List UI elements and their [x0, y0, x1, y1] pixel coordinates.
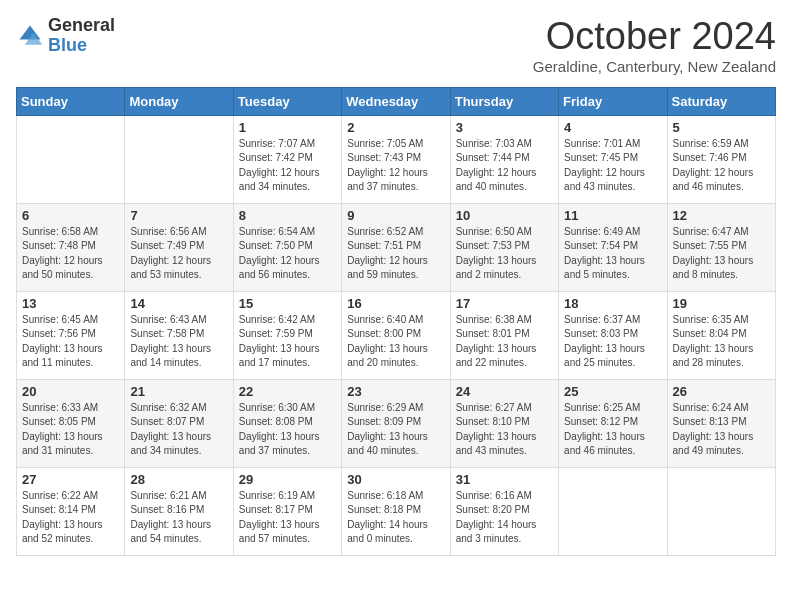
logo-icon	[16, 22, 44, 50]
day-info: Sunrise: 7:05 AM Sunset: 7:43 PM Dayligh…	[347, 137, 444, 195]
calendar-cell	[667, 467, 775, 555]
calendar-cell: 27Sunrise: 6:22 AM Sunset: 8:14 PM Dayli…	[17, 467, 125, 555]
day-number: 4	[564, 120, 661, 135]
calendar-cell: 17Sunrise: 6:38 AM Sunset: 8:01 PM Dayli…	[450, 291, 558, 379]
calendar-cell: 6Sunrise: 6:58 AM Sunset: 7:48 PM Daylig…	[17, 203, 125, 291]
day-number: 7	[130, 208, 227, 223]
day-number: 31	[456, 472, 553, 487]
day-number: 26	[673, 384, 770, 399]
calendar-cell: 9Sunrise: 6:52 AM Sunset: 7:51 PM Daylig…	[342, 203, 450, 291]
day-number: 24	[456, 384, 553, 399]
day-number: 18	[564, 296, 661, 311]
day-number: 28	[130, 472, 227, 487]
day-info: Sunrise: 6:58 AM Sunset: 7:48 PM Dayligh…	[22, 225, 119, 283]
weekday-header-wednesday: Wednesday	[342, 87, 450, 115]
calendar-week-row: 27Sunrise: 6:22 AM Sunset: 8:14 PM Dayli…	[17, 467, 776, 555]
day-info: Sunrise: 6:18 AM Sunset: 8:18 PM Dayligh…	[347, 489, 444, 547]
calendar-table: SundayMondayTuesdayWednesdayThursdayFrid…	[16, 87, 776, 556]
calendar-week-row: 13Sunrise: 6:45 AM Sunset: 7:56 PM Dayli…	[17, 291, 776, 379]
calendar-cell	[17, 115, 125, 203]
day-info: Sunrise: 6:30 AM Sunset: 8:08 PM Dayligh…	[239, 401, 336, 459]
calendar-week-row: 20Sunrise: 6:33 AM Sunset: 8:05 PM Dayli…	[17, 379, 776, 467]
day-number: 5	[673, 120, 770, 135]
calendar-cell: 24Sunrise: 6:27 AM Sunset: 8:10 PM Dayli…	[450, 379, 558, 467]
day-number: 22	[239, 384, 336, 399]
day-info: Sunrise: 6:19 AM Sunset: 8:17 PM Dayligh…	[239, 489, 336, 547]
calendar-cell: 18Sunrise: 6:37 AM Sunset: 8:03 PM Dayli…	[559, 291, 667, 379]
page-header: General Blue October 2024 Geraldine, Can…	[16, 16, 776, 75]
day-number: 2	[347, 120, 444, 135]
calendar-cell: 31Sunrise: 6:16 AM Sunset: 8:20 PM Dayli…	[450, 467, 558, 555]
day-number: 14	[130, 296, 227, 311]
calendar-cell: 20Sunrise: 6:33 AM Sunset: 8:05 PM Dayli…	[17, 379, 125, 467]
calendar-cell: 10Sunrise: 6:50 AM Sunset: 7:53 PM Dayli…	[450, 203, 558, 291]
logo-general: General	[48, 16, 115, 36]
logo-text: General Blue	[48, 16, 115, 56]
day-info: Sunrise: 6:50 AM Sunset: 7:53 PM Dayligh…	[456, 225, 553, 283]
calendar-cell: 4Sunrise: 7:01 AM Sunset: 7:45 PM Daylig…	[559, 115, 667, 203]
day-info: Sunrise: 6:38 AM Sunset: 8:01 PM Dayligh…	[456, 313, 553, 371]
month-title: October 2024	[533, 16, 776, 58]
day-number: 16	[347, 296, 444, 311]
day-info: Sunrise: 6:24 AM Sunset: 8:13 PM Dayligh…	[673, 401, 770, 459]
day-info: Sunrise: 6:54 AM Sunset: 7:50 PM Dayligh…	[239, 225, 336, 283]
calendar-cell: 21Sunrise: 6:32 AM Sunset: 8:07 PM Dayli…	[125, 379, 233, 467]
calendar-cell: 22Sunrise: 6:30 AM Sunset: 8:08 PM Dayli…	[233, 379, 341, 467]
calendar-cell: 5Sunrise: 6:59 AM Sunset: 7:46 PM Daylig…	[667, 115, 775, 203]
location-subtitle: Geraldine, Canterbury, New Zealand	[533, 58, 776, 75]
day-number: 17	[456, 296, 553, 311]
calendar-cell: 30Sunrise: 6:18 AM Sunset: 8:18 PM Dayli…	[342, 467, 450, 555]
day-number: 13	[22, 296, 119, 311]
day-number: 3	[456, 120, 553, 135]
day-info: Sunrise: 6:40 AM Sunset: 8:00 PM Dayligh…	[347, 313, 444, 371]
day-info: Sunrise: 6:47 AM Sunset: 7:55 PM Dayligh…	[673, 225, 770, 283]
day-number: 15	[239, 296, 336, 311]
day-info: Sunrise: 6:52 AM Sunset: 7:51 PM Dayligh…	[347, 225, 444, 283]
calendar-cell: 3Sunrise: 7:03 AM Sunset: 7:44 PM Daylig…	[450, 115, 558, 203]
calendar-cell: 11Sunrise: 6:49 AM Sunset: 7:54 PM Dayli…	[559, 203, 667, 291]
day-info: Sunrise: 6:21 AM Sunset: 8:16 PM Dayligh…	[130, 489, 227, 547]
day-info: Sunrise: 7:01 AM Sunset: 7:45 PM Dayligh…	[564, 137, 661, 195]
calendar-week-row: 6Sunrise: 6:58 AM Sunset: 7:48 PM Daylig…	[17, 203, 776, 291]
day-info: Sunrise: 6:33 AM Sunset: 8:05 PM Dayligh…	[22, 401, 119, 459]
day-info: Sunrise: 6:22 AM Sunset: 8:14 PM Dayligh…	[22, 489, 119, 547]
day-info: Sunrise: 6:35 AM Sunset: 8:04 PM Dayligh…	[673, 313, 770, 371]
day-info: Sunrise: 6:25 AM Sunset: 8:12 PM Dayligh…	[564, 401, 661, 459]
day-info: Sunrise: 7:03 AM Sunset: 7:44 PM Dayligh…	[456, 137, 553, 195]
calendar-cell: 25Sunrise: 6:25 AM Sunset: 8:12 PM Dayli…	[559, 379, 667, 467]
calendar-week-row: 1Sunrise: 7:07 AM Sunset: 7:42 PM Daylig…	[17, 115, 776, 203]
day-number: 8	[239, 208, 336, 223]
day-number: 6	[22, 208, 119, 223]
day-number: 1	[239, 120, 336, 135]
calendar-cell: 7Sunrise: 6:56 AM Sunset: 7:49 PM Daylig…	[125, 203, 233, 291]
day-info: Sunrise: 6:37 AM Sunset: 8:03 PM Dayligh…	[564, 313, 661, 371]
calendar-cell: 29Sunrise: 6:19 AM Sunset: 8:17 PM Dayli…	[233, 467, 341, 555]
weekday-header-sunday: Sunday	[17, 87, 125, 115]
calendar-cell: 13Sunrise: 6:45 AM Sunset: 7:56 PM Dayli…	[17, 291, 125, 379]
day-number: 11	[564, 208, 661, 223]
calendar-cell	[559, 467, 667, 555]
day-info: Sunrise: 7:07 AM Sunset: 7:42 PM Dayligh…	[239, 137, 336, 195]
day-info: Sunrise: 6:56 AM Sunset: 7:49 PM Dayligh…	[130, 225, 227, 283]
weekday-header-friday: Friday	[559, 87, 667, 115]
day-info: Sunrise: 6:27 AM Sunset: 8:10 PM Dayligh…	[456, 401, 553, 459]
day-number: 23	[347, 384, 444, 399]
calendar-cell: 19Sunrise: 6:35 AM Sunset: 8:04 PM Dayli…	[667, 291, 775, 379]
day-number: 12	[673, 208, 770, 223]
calendar-cell: 16Sunrise: 6:40 AM Sunset: 8:00 PM Dayli…	[342, 291, 450, 379]
day-number: 20	[22, 384, 119, 399]
day-number: 19	[673, 296, 770, 311]
day-info: Sunrise: 6:32 AM Sunset: 8:07 PM Dayligh…	[130, 401, 227, 459]
title-block: October 2024 Geraldine, Canterbury, New …	[533, 16, 776, 75]
day-number: 21	[130, 384, 227, 399]
calendar-cell: 8Sunrise: 6:54 AM Sunset: 7:50 PM Daylig…	[233, 203, 341, 291]
calendar-cell: 26Sunrise: 6:24 AM Sunset: 8:13 PM Dayli…	[667, 379, 775, 467]
day-number: 30	[347, 472, 444, 487]
day-info: Sunrise: 6:59 AM Sunset: 7:46 PM Dayligh…	[673, 137, 770, 195]
logo: General Blue	[16, 16, 115, 56]
weekday-header-row: SundayMondayTuesdayWednesdayThursdayFrid…	[17, 87, 776, 115]
day-info: Sunrise: 6:16 AM Sunset: 8:20 PM Dayligh…	[456, 489, 553, 547]
day-number: 25	[564, 384, 661, 399]
calendar-cell: 23Sunrise: 6:29 AM Sunset: 8:09 PM Dayli…	[342, 379, 450, 467]
day-number: 27	[22, 472, 119, 487]
